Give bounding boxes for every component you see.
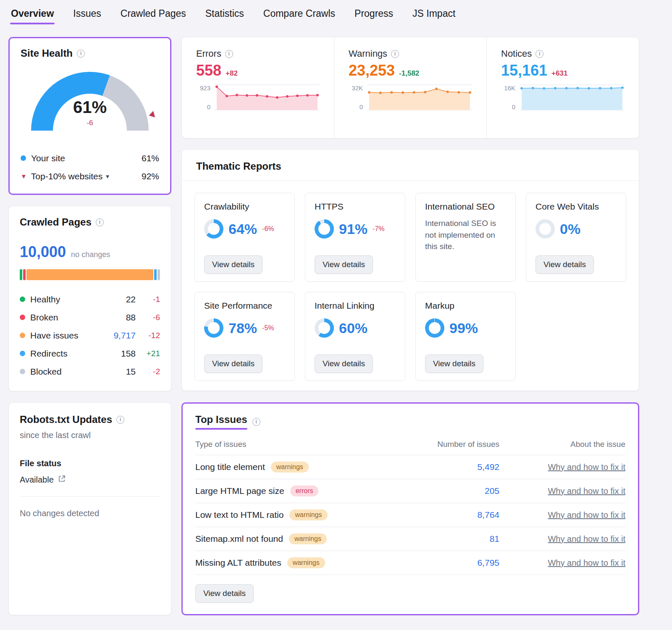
- legend-value-link[interactable]: 9,717: [97, 331, 136, 341]
- legend-delta: -12: [136, 331, 160, 340]
- issue-type: Large HTML page size: [195, 486, 284, 496]
- report-title: Core Web Vitals: [536, 202, 617, 212]
- tab-compare-crawls[interactable]: Compare Crawls: [262, 1, 336, 26]
- issue-count-link[interactable]: 205: [485, 486, 499, 496]
- thematic-reports-card: Thematic Reports Crawlability 64% -6% Vi…: [181, 149, 639, 391]
- report-card-core-web-vitals: Core Web Vitals 0% View details: [526, 193, 626, 282]
- report-title: Site Performance: [204, 301, 285, 311]
- site-health-score: 61%: [27, 98, 153, 117]
- view-details-button[interactable]: View details: [425, 354, 483, 373]
- info-icon[interactable]: i: [252, 418, 260, 426]
- why-how-to-fix-link[interactable]: Why and how to fix it: [548, 534, 625, 543]
- markup-donut: [425, 318, 444, 338]
- your-site-value: 61%: [142, 153, 159, 163]
- crawled-pages-total: 10,000: [20, 243, 66, 261]
- tab-issues[interactable]: Issues: [72, 1, 102, 26]
- issue-type: Low text to HTML ratio: [195, 510, 284, 520]
- report-value: 78%: [228, 320, 257, 336]
- errors-sparkline: [215, 84, 320, 110]
- report-delta: -6%: [262, 225, 274, 233]
- info-icon[interactable]: i: [391, 50, 399, 58]
- chevron-down-icon[interactable]: ▾: [106, 173, 109, 180]
- view-details-button[interactable]: View details: [204, 255, 262, 274]
- table-row: Sitemap.xml not found warnings 81 Why an…: [195, 527, 625, 551]
- view-details-button[interactable]: View details: [315, 255, 373, 274]
- legend-label: Broken: [30, 312, 97, 323]
- issue-count-link[interactable]: 8,764: [477, 510, 499, 520]
- report-title: Internal Linking: [315, 301, 396, 311]
- why-how-to-fix-link[interactable]: Why and how to fix it: [548, 558, 625, 567]
- legend-value: 88: [97, 312, 136, 323]
- why-how-to-fix-link[interactable]: Why and how to fix it: [548, 486, 625, 496]
- info-icon[interactable]: i: [225, 50, 233, 58]
- external-link-icon[interactable]: [58, 475, 66, 485]
- report-card-https: HTTPS 91% -7% View details: [305, 193, 405, 282]
- report-card-internal-linking: Internal Linking 60% View details: [305, 292, 405, 381]
- benchmark-triangle-icon: ▼: [21, 173, 27, 180]
- tab-crawled-pages[interactable]: Crawled Pages: [120, 1, 187, 26]
- report-value: 91%: [339, 221, 368, 237]
- info-icon[interactable]: i: [116, 416, 124, 424]
- y-min-label: 0: [349, 103, 363, 110]
- view-details-button[interactable]: View details: [315, 354, 373, 373]
- issue-count-link[interactable]: 5,492: [477, 462, 499, 472]
- warnings-badge: warnings: [287, 557, 325, 568]
- file-status-label: File status: [20, 459, 160, 468]
- your-site-label: Your site: [31, 153, 65, 163]
- report-card-site-performance: Site Performance 78% -5% View details: [194, 292, 295, 381]
- report-value: 64%: [228, 221, 257, 237]
- report-card-international-seo: International SEO International SEO is n…: [415, 193, 516, 282]
- tab-statistics[interactable]: Statistics: [205, 1, 245, 26]
- y-max-label: 32K: [349, 84, 363, 92]
- report-text: International SEO is not implemented on …: [425, 218, 506, 252]
- legend-delta: -1: [136, 295, 160, 304]
- crawled-pages-legend: Healthy 22 -1 Broken 88 -6 Have issues 9…: [20, 290, 160, 381]
- divider: [20, 496, 160, 497]
- warnings-label: Warnings: [349, 48, 387, 59]
- table-header-row: Type of issues Number of issues About th…: [195, 434, 625, 455]
- view-details-button[interactable]: View details: [204, 354, 262, 373]
- robots-txt-card: Robots.txt Updates i since the last craw…: [8, 402, 171, 615]
- view-details-button[interactable]: View details: [195, 584, 254, 603]
- site-performance-donut: [204, 318, 223, 338]
- column-header-type: Type of issues: [195, 440, 373, 449]
- report-title: HTTPS: [315, 202, 396, 212]
- bar-segment-broken: [23, 269, 26, 280]
- table-row: Low text to HTML ratio warnings 8,764 Wh…: [195, 503, 625, 527]
- view-details-button[interactable]: View details: [536, 255, 594, 274]
- why-how-to-fix-link[interactable]: Why and how to fix it: [548, 510, 625, 520]
- notices-label: Notices: [501, 48, 532, 59]
- legend-value: 22: [97, 294, 136, 304]
- crawled-pages-note: no changes: [71, 250, 110, 259]
- broken-dot-icon: [20, 315, 25, 320]
- legend-delta: +21: [136, 349, 160, 358]
- warnings-delta: -1,582: [399, 69, 419, 78]
- site-health-title: Site Health: [21, 47, 73, 59]
- notices-panel: Notices i 15,161 +631 16K 0: [486, 37, 639, 138]
- legend-label: Redirects: [30, 349, 97, 359]
- info-icon[interactable]: i: [536, 50, 543, 58]
- issue-type: Sitemap.xml not found: [195, 534, 283, 544]
- report-delta: -5%: [262, 324, 274, 332]
- tab-overview[interactable]: Overview: [10, 1, 55, 26]
- blocked-dot-icon: [20, 369, 25, 374]
- tab-js-impact[interactable]: JS Impact: [412, 1, 456, 26]
- crawled-pages-bar: [20, 269, 160, 280]
- warnings-badge: warnings: [289, 533, 327, 544]
- errors-delta: +82: [226, 69, 238, 78]
- info-icon[interactable]: i: [77, 50, 85, 58]
- errors-value: 558: [196, 62, 221, 79]
- why-how-to-fix-link[interactable]: Why and how to fix it: [548, 462, 625, 472]
- y-max-label: 16K: [501, 84, 515, 92]
- issue-count-link[interactable]: 81: [490, 534, 499, 543]
- tab-progress[interactable]: Progress: [354, 1, 394, 26]
- site-health-gauge: 61% -6: [27, 72, 153, 135]
- benchmark-label: Top-10% websites: [31, 171, 102, 181]
- top-issues-table: Type of issues Number of issues About th…: [195, 434, 625, 575]
- crawled-pages-card: Crawled Pages i 10,000 no changes Health…: [8, 206, 171, 391]
- info-icon[interactable]: i: [96, 218, 104, 226]
- site-audit-overview-page: Overview Issues Crawled Pages Statistics…: [0, 0, 672, 630]
- warnings-badge: warnings: [271, 462, 309, 472]
- y-min-label: 0: [501, 103, 515, 110]
- issue-count-link[interactable]: 6,795: [477, 558, 499, 567]
